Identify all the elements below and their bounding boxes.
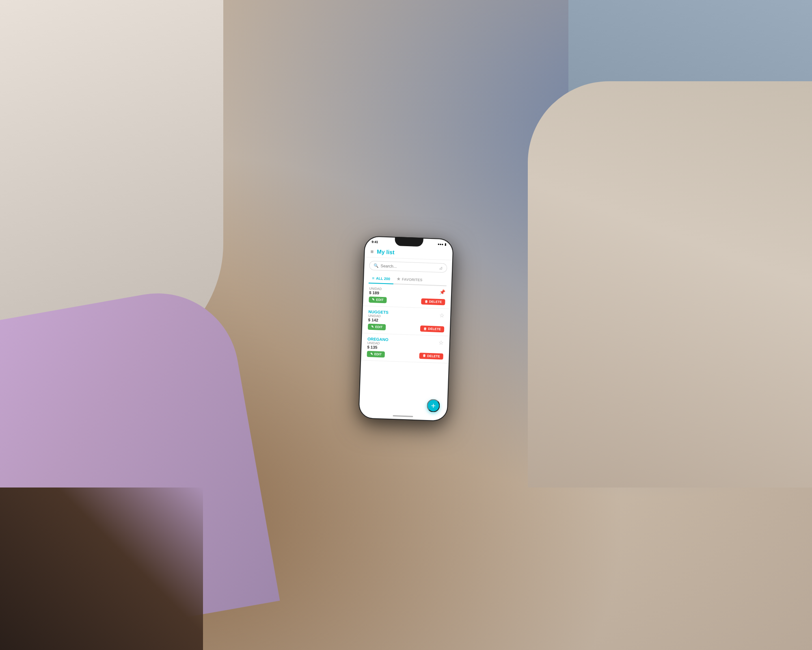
tab-favorites-label: FAVORITES [402,277,423,282]
battery-icon: ▮ [445,243,446,246]
edit-icon-1: ✎ [372,298,375,301]
list-item: 📌 UNIDAD $ 189 ✎ EDIT 🗑 DELETE [363,283,451,309]
tab-all[interactable]: ≡ ALL 200 [369,273,394,284]
status-icons: ●●● ▮ [438,242,447,246]
app-title: My list [377,248,395,256]
phone-frame: 9:41 ●●● ▮ ≡ My list 🔍 ⊿ [358,236,454,421]
item-actions-3: ✎ EDIT 🗑 DELETE [367,351,443,360]
edit-icon-3: ✎ [370,352,373,356]
item-actions-1: ✎ EDIT 🗑 DELETE [369,297,445,306]
phone-device: 9:41 ●●● ▮ ≡ My list 🔍 ⊿ [358,236,454,421]
tab-all-label: ALL 200 [376,276,390,281]
delete-button-1[interactable]: 🗑 DELETE [421,298,445,305]
edit-button-2[interactable]: ✎ EDIT [368,324,386,331]
list-area: 📌 UNIDAD $ 189 ✎ EDIT 🗑 DELETE [359,283,451,420]
edit-button-3[interactable]: ✎ EDIT [367,351,385,358]
trash-icon-2: 🗑 [423,327,427,331]
trash-icon-1: 🗑 [425,300,428,303]
edit-icon-2: ✎ [371,325,374,329]
list-item: ☆ NUGGETS UNIDAD $ 142 ✎ EDIT 🗑 DELETE [362,306,451,336]
star-icon-3[interactable]: ☆ [438,339,444,346]
list-icon: ≡ [372,276,374,280]
phone-screen: 9:41 ●●● ▮ ≡ My list 🔍 ⊿ [359,236,453,420]
delete-button-2[interactable]: 🗑 DELETE [420,325,444,332]
filter-icon[interactable]: ⊿ [439,265,443,271]
status-time: 9:41 [371,240,378,244]
trash-icon-3: 🗑 [423,354,426,358]
phone-notch [395,237,423,247]
item-actions-2: ✎ EDIT 🗑 DELETE [368,324,444,333]
star-icon-tab: ★ [397,277,400,281]
arm-right [528,81,812,488]
app-content: ≡ My list 🔍 ⊿ ≡ ALL 200 ★ [359,245,453,420]
pin-icon: 📌 [439,289,445,295]
list-item: ☆ OREGANO UNIDAD $ 135 ✎ EDIT 🗑 DELETE [361,333,449,363]
search-input[interactable] [380,264,439,270]
star-icon-2[interactable]: ☆ [439,312,445,318]
search-icon: 🔍 [374,263,378,268]
search-bar[interactable]: 🔍 ⊿ [369,261,447,273]
hamburger-icon[interactable]: ≡ [370,248,374,254]
app-header: ≡ My list [365,245,453,260]
edit-button-1[interactable]: ✎ EDIT [369,297,387,303]
signal-icon: ●●● [438,242,444,246]
tab-favorites[interactable]: ★ FAVORITES [393,274,426,285]
dark-area [0,488,203,650]
delete-button-3[interactable]: 🗑 DELETE [419,353,443,360]
